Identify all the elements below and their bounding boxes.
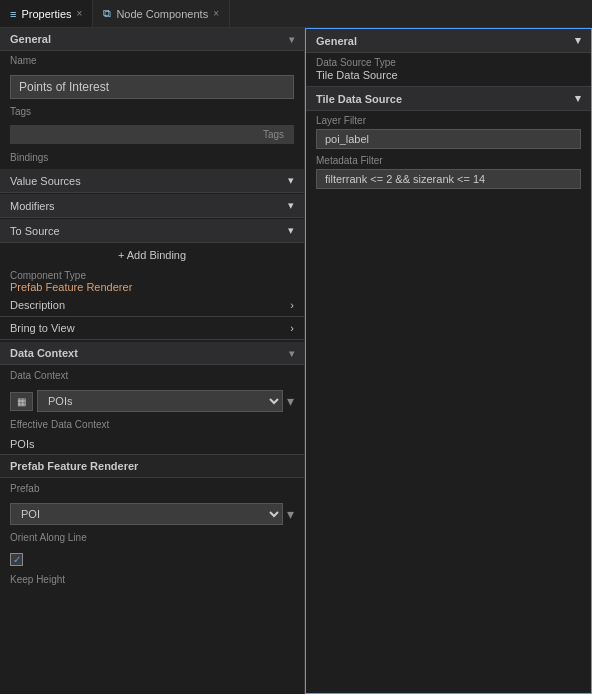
prefab-select[interactable]: POI	[10, 503, 283, 525]
right-general-header-label: General	[316, 35, 357, 47]
modifiers-label: Modifiers	[10, 200, 55, 212]
orient-along-line-label: Orient Along Line	[10, 532, 294, 543]
bring-to-view-row[interactable]: Bring to View ›	[0, 317, 304, 340]
to-source-label: To Source	[10, 225, 60, 237]
data-context-chevron-icon: ▾	[289, 348, 294, 359]
component-type-value: Prefab Feature Renderer	[10, 281, 294, 293]
keep-height-label: Keep Height	[10, 574, 294, 585]
tab-node-components-close[interactable]: ×	[213, 8, 219, 19]
prefab-field-label: Prefab	[10, 483, 294, 494]
data-context-dropdown-row: ▦ POIs ▾	[0, 387, 304, 415]
metadata-filter-label: Metadata Filter	[306, 151, 591, 167]
right-general-chevron-icon: ▾	[575, 34, 581, 47]
tags-button[interactable]: Tags	[263, 129, 284, 140]
right-panel: General ▾ Data Source Type Tile Data Sou…	[305, 28, 592, 694]
name-label: Name	[10, 55, 294, 66]
component-type-row: Component Type Prefab Feature Renderer	[0, 266, 304, 294]
tab-properties-close[interactable]: ×	[77, 8, 83, 19]
prefab-dropdown-row: POI ▾	[0, 500, 304, 528]
tile-data-source-header-label: Tile Data Source	[316, 93, 402, 105]
tab-properties[interactable]: ≡ Properties ×	[0, 0, 93, 27]
data-source-type-label: Data Source Type	[306, 53, 591, 69]
prefab-renderer-label: Prefab Feature Renderer	[10, 460, 138, 472]
keep-height-label-row: Keep Height	[0, 570, 304, 591]
general-header-label: General	[10, 33, 51, 45]
tab-node-components[interactable]: ⧉ Node Components ×	[93, 0, 230, 27]
layer-filter-input[interactable]	[316, 129, 581, 149]
effective-context-label-row: Effective Data Context	[0, 415, 304, 436]
data-context-select[interactable]: POIs	[37, 390, 283, 412]
effective-context-label: Effective Data Context	[10, 419, 294, 430]
tile-data-source-section-header[interactable]: Tile Data Source ▾	[306, 86, 591, 111]
orient-along-line-checkbox-row: ✓	[0, 549, 304, 570]
right-general-section-header[interactable]: General ▾	[306, 29, 591, 53]
name-input[interactable]	[10, 75, 294, 99]
modifiers-item[interactable]: Modifiers ▾	[0, 194, 304, 218]
left-panel: General ▾ Name Tags Tags Bindings Value …	[0, 28, 305, 694]
bindings-label: Bindings	[10, 152, 294, 163]
bindings-label-row: Bindings	[0, 146, 304, 169]
component-type-label: Component Type	[10, 270, 294, 281]
tags-field-row: Tags	[0, 102, 304, 123]
prefab-select-chevron-icon: ▾	[287, 506, 294, 522]
tags-row: Tags	[10, 125, 294, 144]
effective-context-value: POIs	[0, 436, 304, 454]
prefab-label-row: Prefab	[0, 478, 304, 500]
node-components-tab-icon: ⧉	[103, 7, 111, 20]
tab-bar: ≡ Properties × ⧉ Node Components ×	[0, 0, 592, 28]
tile-data-source-chevron-icon: ▾	[575, 92, 581, 105]
description-chevron-icon: ›	[290, 299, 294, 311]
add-binding-label: + Add Binding	[118, 249, 186, 261]
modifiers-chevron-icon: ▾	[288, 199, 294, 212]
data-context-select-chevron-icon: ▾	[287, 393, 294, 409]
metadata-filter-input[interactable]	[316, 169, 581, 189]
bring-to-view-label: Bring to View	[10, 322, 75, 334]
bring-to-view-chevron-icon: ›	[290, 322, 294, 334]
data-context-label-row: Data Context	[0, 365, 304, 387]
properties-tab-icon: ≡	[10, 8, 16, 20]
to-source-item[interactable]: To Source ▾	[0, 219, 304, 243]
description-label: Description	[10, 299, 65, 311]
prefab-renderer-subsection-header: Prefab Feature Renderer	[0, 454, 304, 478]
main-content: General ▾ Name Tags Tags Bindings Value …	[0, 28, 592, 694]
data-context-section-header[interactable]: Data Context ▾	[0, 342, 304, 365]
layer-filter-label: Layer Filter	[306, 111, 591, 127]
data-context-header-label: Data Context	[10, 347, 78, 359]
orient-along-line-label-row: Orient Along Line	[0, 528, 304, 549]
value-sources-chevron-icon: ▾	[288, 174, 294, 187]
to-source-chevron-icon: ▾	[288, 224, 294, 237]
general-section-header[interactable]: General ▾	[0, 28, 304, 51]
add-binding-button[interactable]: + Add Binding	[0, 244, 304, 266]
tags-label: Tags	[10, 106, 294, 117]
description-row[interactable]: Description ›	[0, 294, 304, 317]
data-context-grid-icon[interactable]: ▦	[10, 392, 33, 411]
data-source-type-value: Tile Data Source	[306, 69, 591, 84]
general-chevron-icon: ▾	[289, 34, 294, 45]
data-context-field-label: Data Context	[10, 370, 294, 381]
orient-along-line-checkbox[interactable]: ✓	[10, 553, 23, 566]
value-sources-item[interactable]: Value Sources ▾	[0, 169, 304, 193]
name-field-row: Name	[0, 51, 304, 72]
value-sources-label: Value Sources	[10, 175, 81, 187]
tab-properties-label: Properties	[21, 8, 71, 20]
tab-node-components-label: Node Components	[116, 8, 208, 20]
